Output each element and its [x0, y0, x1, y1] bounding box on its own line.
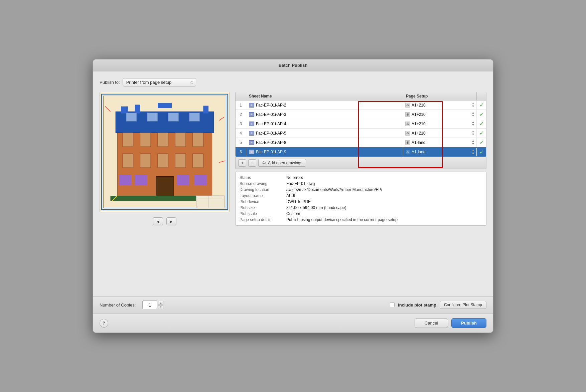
svg-rect-19	[140, 154, 151, 168]
dialog-titlebar: Batch Publish	[93, 59, 493, 71]
right-panel: Sheet Name Page Setup 1 ⊞ Fac-EP-01i-AP-…	[235, 92, 486, 289]
page-setup-cell[interactable]: 🖨 A1-land ▲ ▼	[403, 138, 477, 147]
checkmark-cell: ✓	[477, 121, 486, 127]
table-row[interactable]: 5 ⊞ Fac-EP-01i-AP-8 🖨 A1-land	[236, 138, 486, 147]
footer-buttons: Cancel Publish	[415, 318, 486, 328]
info-row-location: Drawing location /Users/max/Documents/Wo…	[240, 187, 482, 193]
col-check-header	[477, 92, 486, 100]
svg-rect-25	[135, 175, 147, 185]
page-setup-cell[interactable]: 🖨 A1+210 ▲ ▼	[403, 101, 477, 109]
info-row-source: Source drawing Fac-EP-01i.dwg	[240, 181, 482, 187]
copies-down-button[interactable]: ▼	[158, 305, 163, 309]
info-row-status: Status No errors	[240, 175, 482, 181]
sheet-name: Fac-EP-01i-AP-8	[256, 140, 286, 145]
publish-to-select-wrapper[interactable]: Printer from page setup	[123, 78, 196, 86]
status-value: No errors	[286, 175, 482, 180]
publish-button[interactable]: Publish	[451, 318, 486, 328]
svg-rect-7	[158, 103, 172, 108]
page-setup-icon: 🖨	[405, 150, 410, 154]
copies-input[interactable]	[142, 301, 157, 309]
remove-row-button[interactable]: −	[248, 159, 256, 167]
page-setup-arrows[interactable]: ▲ ▼	[472, 140, 474, 145]
checkmark-cell: ✓	[477, 111, 486, 118]
sheet-table-container: Sheet Name Page Setup 1 ⊞ Fac-EP-01i-AP-…	[235, 92, 486, 157]
svg-rect-16	[175, 133, 185, 147]
publish-to-row: Publish to: Printer from page setup	[100, 78, 486, 86]
sheet-icon: ⊞	[249, 103, 254, 108]
info-row-device: Plot device DWG To PDF	[240, 199, 482, 205]
svg-rect-22	[193, 154, 203, 168]
table-row[interactable]: 3 ⊞ Fac-EP-01i-AP-4 🖨 A1+210	[236, 119, 486, 129]
page-setup-cell-selected[interactable]: 🖨 A1-land ▲ ▼	[403, 148, 477, 156]
page-setup-arrows[interactable]: ▲ ▼	[472, 121, 474, 127]
page-setup-value: A1+210	[412, 131, 426, 136]
dialog-footer: ? Cancel Publish	[93, 313, 493, 333]
scale-value: Custom	[286, 211, 482, 216]
publish-to-label: Publish to:	[100, 80, 120, 85]
configure-plot-stamp-button[interactable]: Configure Plot Stamp	[440, 301, 486, 309]
info-row-layout: Layout name AP-9	[240, 193, 482, 199]
scale-label: Plot scale	[240, 211, 286, 216]
device-label: Plot device	[240, 199, 286, 204]
left-panel: ◀ ▶	[100, 92, 230, 289]
table-toolbar: + − 🗂 Add open drawings	[235, 157, 486, 169]
row-num: 1	[236, 102, 246, 109]
page-setup-icon: 🖨	[405, 103, 410, 108]
svg-rect-23	[156, 176, 173, 197]
plot-stamp-area: Include plot stamp Configure Plot Stamp	[390, 301, 486, 309]
next-button[interactable]: ▶	[166, 217, 176, 225]
info-row-scale: Plot scale Custom	[240, 211, 482, 217]
page-setup-arrows[interactable]: ▲ ▼	[472, 130, 474, 136]
page-setup-arrows[interactable]: ▲ ▼	[472, 149, 474, 155]
table-header: Sheet Name Page Setup	[236, 92, 486, 101]
copies-stepper[interactable]: ▲ ▼	[158, 301, 163, 309]
sheet-name-cell: ⊞ Fac-EP-01i-AP-5	[246, 130, 403, 137]
page-setup-cell[interactable]: 🖨 A1+210 ▲ ▼	[403, 110, 477, 119]
svg-rect-21	[175, 154, 185, 168]
col-setup-header: Page Setup	[403, 92, 477, 100]
layout-label: Layout name	[240, 193, 286, 198]
location-value: /Users/max/Documents/Work/Amber Manufact…	[286, 187, 482, 192]
nav-buttons: ◀ ▶	[100, 217, 230, 225]
sheet-name: Fac-EP-01i-AP-9	[256, 150, 286, 154]
add-open-drawings-button[interactable]: 🗂 Add open drawings	[258, 159, 306, 167]
table-row-selected[interactable]: 6 ⊞ Fac-EP-01i-AP-9 🖨 A1-land	[236, 147, 486, 157]
page-setup-arrows[interactable]: ▲ ▼	[472, 112, 474, 117]
cancel-button[interactable]: Cancel	[415, 318, 448, 328]
table-row[interactable]: 1 ⊞ Fac-EP-01i-AP-2 🖨 A1+210	[236, 101, 486, 110]
sheet-table: Sheet Name Page Setup 1 ⊞ Fac-EP-01i-AP-…	[235, 92, 486, 157]
page-setup-cell[interactable]: 🖨 A1+210 ▲ ▼	[403, 129, 477, 137]
page-setup-icon: 🖨	[405, 112, 410, 117]
svg-rect-17	[193, 133, 203, 147]
row-num: 5	[236, 139, 246, 146]
copies-up-button[interactable]: ▲	[158, 301, 163, 305]
add-row-button[interactable]: +	[238, 159, 246, 167]
size-value: 841.00 x 594.00 mm (Landscape)	[286, 205, 482, 210]
table-row[interactable]: 4 ⊞ Fac-EP-01i-AP-5 🖨 A1+210	[236, 129, 486, 138]
batch-publish-dialog: Batch Publish Publish to: Printer from p…	[93, 59, 493, 333]
page-setup-cell[interactable]: 🖨 A1+210 ▲ ▼	[403, 120, 477, 128]
svg-rect-27	[194, 175, 207, 185]
svg-rect-26	[177, 175, 189, 185]
svg-rect-14	[140, 133, 151, 147]
include-plot-stamp-label: Include plot stamp	[398, 303, 436, 308]
table-rows: 1 ⊞ Fac-EP-01i-AP-2 🖨 A1+210	[236, 101, 486, 157]
info-row-size: Plot size 841.00 x 594.00 mm (Landscape)	[240, 205, 482, 211]
include-plot-stamp-checkbox[interactable]	[390, 303, 395, 307]
dialog-body: Publish to: Printer from page setup	[93, 71, 493, 296]
row-num: 3	[236, 120, 246, 128]
table-row[interactable]: 2 ⊞ Fac-EP-01i-AP-3 🖨 A1+210	[236, 110, 486, 119]
svg-rect-11	[168, 113, 178, 122]
help-button[interactable]: ?	[100, 319, 108, 328]
prev-button[interactable]: ◀	[153, 217, 163, 225]
drawing-preview	[100, 92, 230, 212]
sheet-name-cell: ⊞ Fac-EP-01i-AP-4	[246, 120, 403, 128]
svg-rect-34	[196, 196, 224, 208]
page-setup-arrows[interactable]: ▲ ▼	[472, 102, 474, 108]
detail-value: Publish using output device specified in…	[286, 217, 482, 222]
publish-to-select[interactable]: Printer from page setup	[123, 78, 196, 86]
svg-rect-6	[135, 105, 140, 113]
sheet-icon: ⊞	[249, 150, 254, 154]
sheet-name: Fac-EP-01i-AP-3	[256, 112, 286, 117]
page-setup-value: A1+210	[412, 122, 426, 126]
